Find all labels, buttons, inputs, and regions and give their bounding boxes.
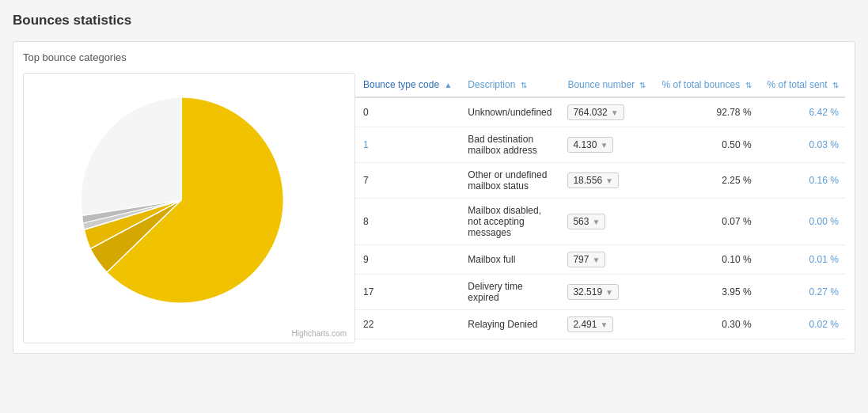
- cell-pct-total-sent: 0.00 %: [760, 199, 845, 245]
- table-row: 0Unknown/undefined764.032▼92.78 %6.42 %: [355, 97, 845, 127]
- cell-bounce-number: 32.519▼: [559, 275, 654, 310]
- cell-description: Delivery timeexpired: [460, 275, 559, 310]
- bounce-number-dropdown-icon: ▼: [592, 218, 600, 226]
- cell-bounce-type-code: 9: [355, 245, 460, 275]
- cell-bounce-type-code: 8: [355, 199, 460, 245]
- bounce-number-badge[interactable]: 18.556▼: [567, 172, 619, 188]
- cell-description: Mailbox disabled,not acceptingmessages: [460, 199, 559, 245]
- bounces-table: Bounce type code ▲ Description ⇅ Bounce …: [355, 73, 845, 339]
- cell-pct-total-sent: 0.27 %: [760, 275, 845, 310]
- cell-description: Bad destinationmailbox address: [460, 127, 559, 163]
- cell-pct-total-bounces: 92.78 %: [654, 97, 759, 127]
- cell-bounce-type-code: 7: [355, 163, 460, 199]
- table-row: 17Delivery timeexpired32.519▼3.95 %0.27 …: [355, 275, 845, 310]
- table-row: 22Relaying Denied2.491▼0.30 %0.02 %: [355, 310, 845, 339]
- sort-icon-pct-bounces: ⇅: [745, 81, 752, 89]
- table-body: 0Unknown/undefined764.032▼92.78 %6.42 %1…: [355, 97, 845, 339]
- cell-description: Relaying Denied: [460, 310, 559, 339]
- cell-pct-total-bounces: 0.50 %: [654, 127, 759, 163]
- cell-bounce-type-code: 1: [355, 127, 460, 163]
- page-title: Bounces statistics: [13, 13, 855, 28]
- pie-chart-svg: [63, 81, 300, 319]
- cell-pct-total-sent: 0.02 %: [760, 310, 845, 339]
- col-bounce-number[interactable]: Bounce number ⇅: [559, 73, 654, 97]
- bounce-number-badge[interactable]: 764.032▼: [567, 104, 624, 120]
- table-row: 9Mailbox full797▼0.10 %0.01 %: [355, 245, 845, 275]
- cell-bounce-number: 4.130▼: [559, 127, 654, 163]
- col-description[interactable]: Description ⇅: [460, 73, 559, 97]
- cell-bounce-number: 563▼: [559, 199, 654, 245]
- bounce-number-dropdown-icon: ▼: [605, 176, 613, 185]
- cell-bounce-type-code: 0: [355, 97, 460, 127]
- col-bounce-type-code[interactable]: Bounce type code ▲: [355, 73, 460, 97]
- bounce-number-dropdown-icon: ▼: [592, 256, 600, 264]
- cell-bounce-number: 797▼: [559, 245, 654, 275]
- cell-bounce-type-code: 17: [355, 275, 460, 310]
- cell-bounce-type-code: 22: [355, 310, 460, 339]
- content-row: Highcharts.com Bounce type code ▲ Descri…: [23, 73, 845, 343]
- bounce-number-dropdown-icon: ▼: [600, 141, 608, 150]
- table-row: 7Other or undefinedmailbox status18.556▼…: [355, 163, 845, 199]
- table-row: 1Bad destinationmailbox address4.130▼0.5…: [355, 127, 845, 163]
- cell-description: Mailbox full: [460, 245, 559, 275]
- bounce-number-badge[interactable]: 2.491▼: [567, 316, 613, 332]
- table-area: Bounce type code ▲ Description ⇅ Bounce …: [355, 73, 845, 343]
- highcharts-credit: Highcharts.com: [292, 329, 347, 338]
- sort-icon-description: ⇅: [521, 81, 527, 89]
- cell-pct-total-bounces: 0.10 %: [654, 245, 759, 275]
- sort-icon-pct-sent: ⇅: [832, 81, 839, 89]
- bounce-number-badge[interactable]: 4.130▼: [567, 137, 613, 153]
- bounces-statistics-card: Top bounce categories: [13, 41, 855, 354]
- table-header: Bounce type code ▲ Description ⇅ Bounce …: [355, 73, 845, 97]
- sort-icon-bounce-type: ▲: [444, 81, 452, 89]
- cell-pct-total-sent: 6.42 %: [760, 97, 845, 127]
- cell-pct-total-bounces: 0.07 %: [654, 199, 759, 245]
- bounce-number-dropdown-icon: ▼: [611, 108, 619, 117]
- bounce-number-badge[interactable]: 563▼: [567, 214, 605, 229]
- col-pct-total-bounces[interactable]: % of total bounces ⇅: [654, 73, 759, 97]
- col-pct-total-sent[interactable]: % of total sent ⇅: [760, 73, 845, 97]
- cell-pct-total-sent: 0.16 %: [760, 163, 845, 199]
- cell-description: Other or undefinedmailbox status: [460, 163, 559, 199]
- cell-bounce-number: 2.491▼: [559, 310, 654, 339]
- sort-icon-bounce-number: ⇅: [639, 81, 646, 89]
- cell-pct-total-bounces: 0.30 %: [654, 310, 759, 339]
- card-title: Top bounce categories: [23, 51, 845, 63]
- bounce-number-badge[interactable]: 32.519▼: [567, 284, 619, 300]
- cell-pct-total-bounces: 3.95 %: [654, 275, 759, 310]
- cell-pct-total-sent: 0.01 %: [760, 245, 845, 275]
- bounce-number-dropdown-icon: ▼: [600, 320, 608, 329]
- cell-bounce-number: 764.032▼: [559, 97, 654, 127]
- pie-chart-area: Highcharts.com: [23, 73, 355, 343]
- cell-description: Unknown/undefined: [460, 97, 559, 127]
- cell-pct-total-bounces: 2.25 %: [654, 163, 759, 199]
- bounce-number-badge[interactable]: 797▼: [567, 252, 605, 267]
- pie-chart-container: [63, 81, 316, 335]
- cell-bounce-number: 18.556▼: [559, 163, 654, 199]
- bounce-number-dropdown-icon: ▼: [605, 288, 613, 297]
- cell-pct-total-sent: 0.03 %: [760, 127, 845, 163]
- table-row: 8Mailbox disabled,not acceptingmessages5…: [355, 199, 845, 245]
